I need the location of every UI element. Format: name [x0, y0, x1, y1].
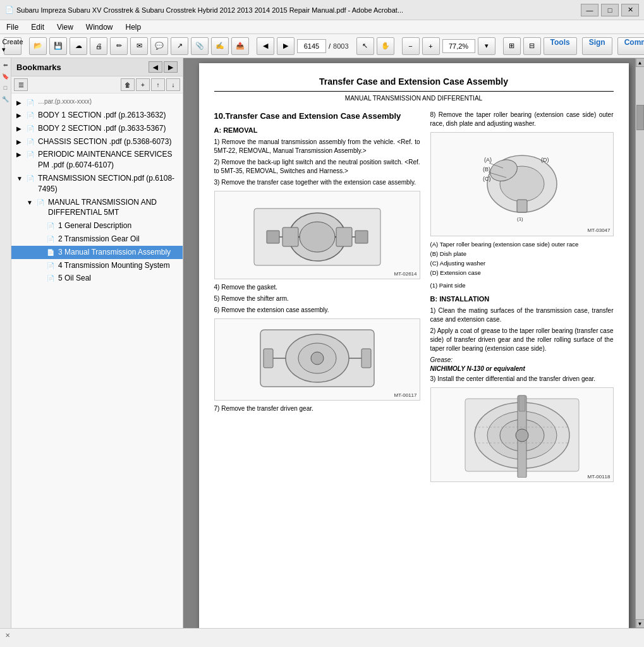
svg-point-36 [516, 429, 528, 442]
minimize-button[interactable]: — [581, 4, 598, 16]
edit-button[interactable]: ✏ [110, 37, 128, 55]
page-total: 8003 [333, 42, 348, 50]
sidebar-tools-icon[interactable]: 🔧 [1, 95, 10, 104]
annot-c: (C) Adjusting washer [430, 259, 614, 267]
annot-d: (D) Extension case [430, 269, 614, 277]
menu-view[interactable]: View [53, 21, 77, 33]
save-button[interactable]: 💾 [49, 37, 67, 55]
nav-header: Bookmarks ◀ ▶ [11, 58, 183, 76]
diagram2-svg [251, 324, 384, 396]
tree-item-transmission[interactable]: ▼ 📄 TRANSMISSION SECTION.pdf (p.6108-749… [11, 172, 183, 196]
expand-icon: ▶ [16, 99, 24, 107]
zoom-out-button[interactable]: − [402, 37, 420, 55]
bookmark-options-button[interactable]: ☰ [14, 78, 28, 91]
toolbar: Create ▾ 📂 💾 ☁ 🖨 ✏ ✉ 💬 ↗ 📎 ✍ 📤 ◀ ▶ / 800… [0, 34, 644, 58]
close-button[interactable]: ✕ [621, 4, 639, 16]
create-button[interactable]: Create ▾ [4, 37, 21, 55]
pdf-page: Transfer Case and Extension Case Assembl… [199, 63, 629, 628]
periodic-label: PERIODIC MAINTENANCE SERVICES PM .pdf (p… [38, 149, 178, 171]
install-step2: 2) Apply a coat of grease to the taper r… [430, 327, 614, 353]
tree-item-oil-seal[interactable]: ▶ 📄 5 Oil Seal [11, 272, 183, 285]
doc-icon-mount: 📄 [47, 262, 56, 270]
pdf-diagram-4: MT-00118 [430, 387, 614, 482]
tree-item-trans-mount[interactable]: ▶ 📄 4 Transmission Mounting System [11, 259, 183, 272]
diag4-label: MT-00118 [587, 473, 610, 480]
tree-item-manual-asm[interactable]: ▶ 📄 3 Manual Transmission Assembly [11, 246, 183, 259]
pdf-step8: 8) Remove the taper roller bearing (exte… [430, 111, 614, 128]
maximize-button[interactable]: □ [601, 4, 619, 16]
tree-item-body1[interactable]: ▶ 📄 BODY 1 SECTION .pdf (p.2613-3632) [11, 109, 183, 122]
expand-icon-transmission: ▼ [16, 174, 24, 183]
pdf-step1: 1) Remove the manual transmission assemb… [214, 138, 420, 155]
zoom-in-button[interactable]: + [422, 37, 440, 55]
tree-item-body2[interactable]: ▶ 📄 BODY 2 SECTION .pdf (p.3633-5367) [11, 122, 183, 135]
bookmark-up-button[interactable]: ↑ [151, 78, 165, 91]
menu-file[interactable]: File [3, 21, 22, 33]
pdf-section-title: 10.Transfer Case and Extension Case Asse… [214, 111, 420, 122]
hand-tool[interactable]: ✋ [377, 37, 394, 55]
page-number-input[interactable] [297, 39, 326, 53]
expand-icon-oil-seal: ▶ [37, 274, 44, 283]
tree-item-periodic[interactable]: ▶ 📄 PERIODIC MAINTENANCE SERVICES PM .pd… [11, 148, 183, 172]
diagram4-svg [446, 392, 598, 478]
comment-right-button[interactable]: Comment [617, 37, 644, 55]
svg-rect-16 [361, 349, 371, 368]
tools-button[interactable]: Tools [544, 37, 577, 55]
tree-item-chassis[interactable]: ▶ 📄 CHASSIS SECTION .pdf (p.5368-6073) [11, 135, 183, 148]
cloud-button[interactable]: ☁ [70, 37, 87, 55]
new-bookmark-button[interactable]: + [136, 78, 150, 91]
expand-icon-manual-asm: ▶ [37, 248, 44, 257]
tree-item-gen-desc[interactable]: ▶ 📄 1 General Description [11, 219, 183, 233]
fit-width-button[interactable]: ⊟ [523, 37, 541, 55]
envelope-button[interactable]: ✉ [130, 37, 148, 55]
left-sidebar: ⬅ 🔖 □ 🔧 [0, 58, 11, 628]
trans-mount-label: 4 Transmission Mounting System [58, 260, 178, 271]
scroll-thumb[interactable] [636, 105, 644, 130]
tree-item-gear-oil[interactable]: ▶ 📄 2 Transmission Gear Oil [11, 233, 183, 246]
body1-label: BODY 1 SECTION .pdf (p.2613-3632) [38, 110, 178, 121]
delete-bookmark-button[interactable]: 🗑 [121, 78, 135, 91]
sign-button[interactable]: Sign [582, 37, 612, 55]
sign-btn-2[interactable]: ✍ [211, 37, 229, 55]
zoom-input[interactable] [442, 39, 475, 53]
bookmark-down-button[interactable]: ↓ [166, 78, 180, 91]
diag3-label: MT-03047 [587, 227, 610, 234]
share-button[interactable]: ↗ [171, 37, 188, 55]
svg-text:(D): (D) [541, 157, 549, 163]
collapse-panel-button[interactable]: ◀ [149, 61, 162, 73]
next-page-button[interactable]: ▶ [277, 37, 295, 55]
menu-help[interactable]: Help [122, 21, 145, 33]
scroll-up-arrow[interactable]: ▲ [636, 58, 645, 67]
doc-icon: 📄 [27, 99, 35, 107]
comment-button[interactable]: 💬 [150, 37, 168, 55]
menu-window[interactable]: Window [82, 21, 117, 33]
tree-item-partial[interactable]: ▶ 📄 …par.(p.xxxx-xxxx) [11, 96, 183, 109]
pdf-right-column: 8) Remove the taper roller bearing (exte… [430, 111, 614, 487]
oil-seal-label: 5 Oil Seal [58, 273, 178, 284]
scroll-down-arrow[interactable]: ▼ [636, 619, 645, 628]
sidebar-nav-icon[interactable]: ⬅ [1, 61, 10, 70]
chassis-label: CHASSIS SECTION .pdf (p.5368-6073) [38, 136, 178, 147]
expand-panel-button[interactable]: ▶ [164, 61, 178, 73]
sidebar-bookmark-icon[interactable]: 🔖 [1, 72, 10, 81]
select-tool[interactable]: ↖ [356, 37, 374, 55]
pdf-step4: 4) Remove the gasket. [214, 283, 420, 292]
expand-icon-body1: ▶ [16, 111, 24, 120]
svg-point-14 [311, 352, 324, 365]
nav-panel: Bookmarks ◀ ▶ ☰ 🗑 + ↑ ↓ ▶ 📄 …par.(p.xxxx… [11, 58, 183, 628]
zoom-dropdown[interactable]: ▾ [478, 37, 495, 55]
fit-page-button[interactable]: ⊞ [503, 37, 521, 55]
prev-page-button[interactable]: ◀ [257, 37, 274, 55]
open-button[interactable]: 📂 [29, 37, 47, 55]
body2-label: BODY 2 SECTION .pdf (p.3633-5367) [38, 123, 178, 134]
sidebar-page-icon[interactable]: □ [1, 83, 10, 92]
export-button[interactable]: 📤 [231, 37, 249, 55]
attach-button[interactable]: 📎 [191, 37, 209, 55]
grease-section: Grease: NICHIMOLY N-130 or equivalent [430, 356, 614, 373]
tree-item-manual-trans[interactable]: ▼ 📄 MANUAL TRANSMISSION AND DIFFERENTIAL… [11, 196, 183, 220]
menu-edit[interactable]: Edit [27, 21, 48, 33]
expand-icon-gear-oil: ▶ [37, 235, 44, 244]
pdf-columns: 10.Transfer Case and Extension Case Asse… [214, 111, 614, 487]
diagram3-svg: (A) (B) (C) (D) (1) [440, 136, 604, 231]
print-button[interactable]: 🖨 [90, 37, 107, 55]
